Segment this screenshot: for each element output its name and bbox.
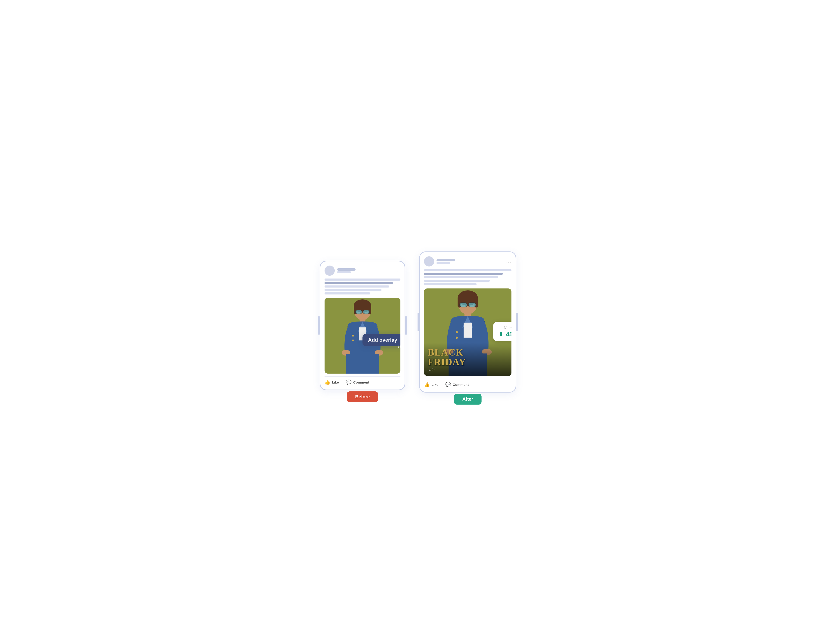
- like-label-after: Like: [431, 382, 438, 387]
- ctr-badge: CTR ⬆ 45%: [493, 322, 511, 341]
- scroll-right-after: [516, 313, 518, 331]
- after-label: After: [454, 394, 482, 405]
- svg-rect-19: [460, 302, 467, 307]
- scroll-right: [405, 316, 407, 335]
- svg-point-24: [456, 337, 458, 338]
- comment-icon-before: 💬: [346, 379, 352, 385]
- user-info-after: [436, 259, 455, 264]
- text-line-4: [325, 289, 382, 291]
- tooltip-label: Add overlay: [368, 337, 397, 343]
- image-bg-before: Add overlay → ☞: [325, 298, 400, 374]
- scroll-left-after: [418, 313, 420, 331]
- text-line-after-2: [424, 273, 503, 275]
- svg-rect-14: [346, 354, 379, 374]
- more-options-before[interactable]: ...: [395, 268, 400, 273]
- svg-rect-20: [468, 302, 476, 307]
- text-line-after-5: [424, 283, 477, 285]
- comment-label-after: Comment: [453, 382, 469, 387]
- after-card: ...: [419, 252, 516, 392]
- text-line-after-4: [424, 280, 490, 282]
- user-sub-bar-after: [436, 262, 451, 264]
- scene: ...: [291, 252, 545, 392]
- bf-sale: sale: [428, 367, 434, 372]
- bf-line1: BLACK: [428, 347, 463, 357]
- user-name-bar: [337, 268, 356, 271]
- svg-point-8: [352, 335, 354, 337]
- svg-rect-4: [355, 310, 362, 314]
- avatar-after: [424, 256, 434, 266]
- post-header-before: ...: [325, 266, 400, 276]
- ctr-value: ⬆ 45%: [498, 331, 511, 338]
- tooltip-arrow-icon: →: [400, 337, 400, 342]
- user-sub-bar: [337, 271, 351, 273]
- post-text-after: [424, 269, 511, 285]
- post-image-before: Add overlay → ☞: [325, 298, 400, 374]
- like-label-before: Like: [332, 380, 339, 384]
- svg-rect-5: [363, 310, 370, 314]
- comment-button-after[interactable]: 💬 Comment: [445, 382, 469, 387]
- scroll-left: [318, 316, 320, 335]
- divider-after: [424, 379, 511, 379]
- avatar-before: [325, 266, 335, 276]
- before-label: Before: [347, 391, 378, 402]
- like-icon-before: 👍: [325, 379, 330, 385]
- text-line-5: [325, 293, 370, 294]
- like-icon-after: 👍: [424, 382, 430, 387]
- comment-button-before[interactable]: 💬 Comment: [346, 379, 369, 385]
- svg-point-23: [456, 331, 458, 333]
- post-header-after: ...: [424, 256, 511, 266]
- cursor-icon: ☞: [397, 343, 400, 350]
- text-line-3: [325, 286, 389, 288]
- like-button-after[interactable]: 👍 Like: [424, 382, 438, 387]
- ctr-percent: 45%: [506, 331, 511, 338]
- ctr-label: CTR: [498, 325, 511, 330]
- svg-point-9: [352, 339, 354, 341]
- bf-line2: FRIDAY: [428, 357, 466, 367]
- text-line-1: [325, 278, 400, 281]
- ctr-up-arrow: ⬆: [498, 331, 503, 338]
- post-text-before: [325, 278, 400, 294]
- black-friday-overlay: BLACK FRIDAY sale: [424, 343, 511, 376]
- post-actions-after: 👍 Like 💬 Comment: [420, 382, 516, 388]
- comment-icon-after: 💬: [445, 382, 451, 387]
- text-line-2: [325, 282, 393, 284]
- user-info-before: [337, 268, 356, 273]
- post-actions-before: 👍 Like 💬 Comment: [320, 379, 405, 386]
- before-card: ...: [320, 261, 405, 390]
- divider-before: [325, 376, 400, 377]
- post-image-after: BLACK FRIDAY sale CTR ⬆ 45%: [424, 288, 511, 376]
- comment-label-before: Comment: [353, 380, 369, 384]
- text-line-after-1: [424, 269, 511, 271]
- more-options-after[interactable]: ...: [506, 259, 511, 264]
- user-name-bar-after: [436, 259, 455, 262]
- like-button-before[interactable]: 👍 Like: [325, 379, 339, 385]
- text-line-after-3: [424, 276, 498, 278]
- add-overlay-tooltip[interactable]: Add overlay → ☞: [362, 334, 400, 346]
